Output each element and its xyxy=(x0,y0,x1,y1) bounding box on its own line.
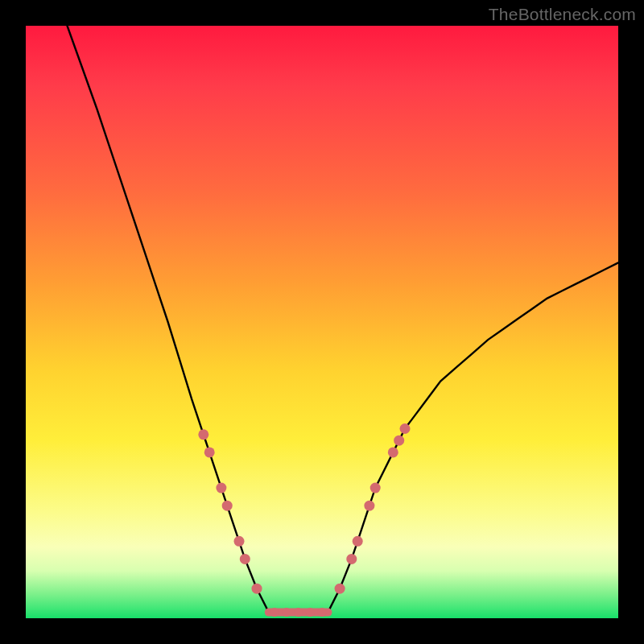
markers-right-group xyxy=(335,423,411,594)
plot-area xyxy=(26,26,618,618)
data-marker xyxy=(364,501,374,511)
data-marker xyxy=(400,423,411,434)
data-marker xyxy=(198,429,208,440)
data-marker xyxy=(252,584,262,594)
outer-frame: TheBottleneck.com xyxy=(0,0,644,644)
data-marker xyxy=(294,608,303,617)
data-marker xyxy=(222,501,233,511)
data-marker xyxy=(282,608,291,617)
bottleneck-curve xyxy=(68,26,619,613)
data-marker xyxy=(346,554,357,564)
data-marker xyxy=(234,536,245,547)
data-marker xyxy=(335,584,345,594)
data-marker xyxy=(306,608,315,617)
data-marker xyxy=(353,536,363,547)
data-marker xyxy=(240,554,250,564)
data-marker xyxy=(394,436,404,446)
data-marker xyxy=(370,483,381,493)
chart-svg xyxy=(26,26,618,618)
data-marker xyxy=(204,447,215,457)
data-marker xyxy=(270,608,279,617)
data-marker xyxy=(216,483,226,493)
data-marker xyxy=(388,447,398,457)
watermark-text: TheBottleneck.com xyxy=(489,5,636,24)
data-marker xyxy=(318,608,327,617)
